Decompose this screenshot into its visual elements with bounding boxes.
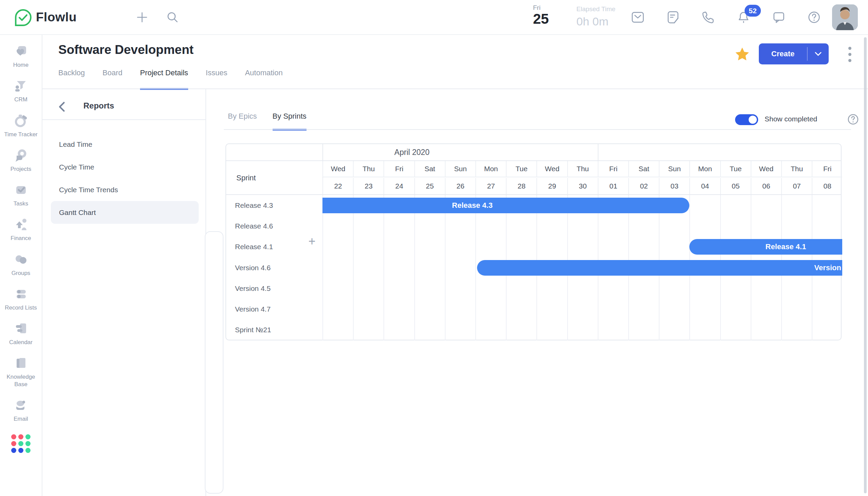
- knowledge-base-icon: [13, 355, 29, 371]
- search-icon[interactable]: [165, 10, 181, 25]
- help-icon[interactable]: [806, 10, 822, 25]
- report-item-gantt-chart[interactable]: Gantt Chart: [51, 201, 199, 224]
- gantt-grid-line: [475, 195, 476, 340]
- gantt-date: 05: [720, 178, 751, 194]
- flowlu-app: Flowlu Fri 25 Elapsed Time 0h 0m: [0, 0, 868, 496]
- gantt-bar-label: Version 4.6: [814, 263, 842, 272]
- show-completed-label: Show completed: [764, 115, 817, 123]
- sidebar-item-time-tracker[interactable]: Time Tracker: [0, 112, 42, 138]
- create-button-label: Create: [759, 49, 807, 58]
- sidebar-item-calendar[interactable]: Calendar: [0, 320, 42, 346]
- gantt-day-name: Wed: [751, 161, 781, 177]
- tab-backlog[interactable]: Backlog: [58, 68, 85, 90]
- page-scrollbar[interactable]: [864, 37, 867, 493]
- reports-title: Reports: [83, 101, 114, 110]
- gantt-row-label: Sprint №21: [226, 320, 323, 340]
- notes-icon[interactable]: [665, 10, 681, 25]
- report-item-cycle-time[interactable]: Cycle Time: [51, 156, 199, 178]
- apps-grid-icon[interactable]: [11, 434, 31, 453]
- gantt-bar-release-4-1[interactable]: Release 4.1: [689, 239, 842, 254]
- sidebar-item-label: Projects: [11, 166, 31, 173]
- tab-by-sprints[interactable]: By Sprints: [273, 112, 307, 130]
- gantt-day-name: Mon: [689, 161, 720, 177]
- sidebar-item-record-lists[interactable]: Record Lists: [0, 286, 42, 311]
- elapsed-time-widget[interactable]: Elapsed Time 0h 0m: [576, 5, 615, 28]
- brand-name[interactable]: Flowlu: [36, 10, 77, 25]
- gantt-date: 27: [475, 178, 506, 194]
- sidebar-item-label: Tasks: [14, 200, 28, 207]
- sidebar-item-tasks[interactable]: Tasks: [0, 182, 42, 207]
- project-tabs: BacklogBoardProject DetailsIssuesAutomat…: [58, 68, 283, 90]
- gantt-day-name: Thu: [567, 161, 598, 177]
- flowlu-logo-icon[interactable]: [14, 9, 32, 27]
- create-button[interactable]: Create: [759, 43, 829, 64]
- sidebar-item-knowledge-base[interactable]: Knowledge Base: [0, 355, 42, 388]
- sidebar-item-finance[interactable]: Finance: [0, 216, 42, 242]
- tab-by-epics[interactable]: By Epics: [228, 112, 257, 130]
- tab-issues[interactable]: Issues: [206, 68, 228, 90]
- sidebar-item-label: CRM: [14, 96, 28, 103]
- chat-icon[interactable]: [771, 10, 787, 25]
- gantt-bar-label: Release 4.3: [452, 201, 493, 210]
- gantt-day-name: Sun: [445, 161, 475, 177]
- gantt-chart-area: Release 4.3Release 4.1Version 4.6: [323, 195, 842, 340]
- more-options-kebab-icon[interactable]: [842, 46, 857, 62]
- gantt-bar-version-4-6[interactable]: Version 4.6: [477, 260, 842, 276]
- gantt-day-name: Sun: [659, 161, 689, 177]
- gantt-bar-release-4-3[interactable]: Release 4.3: [323, 198, 689, 213]
- panel-scrollbar[interactable]: [205, 231, 223, 494]
- view-tabs-divider: [224, 129, 851, 130]
- report-item-lead-time[interactable]: Lead Time: [51, 133, 199, 156]
- gantt-grid-line: [384, 195, 384, 340]
- gantt-date: 26: [445, 178, 475, 194]
- phone-icon[interactable]: [700, 10, 716, 25]
- mail-icon[interactable]: [630, 10, 646, 25]
- finance-icon: [13, 216, 29, 233]
- gantt-row-label: Release 4.1: [226, 237, 323, 257]
- email-icon: [13, 397, 29, 413]
- gantt-day-name: Sat: [628, 161, 659, 177]
- sidebar-item-email[interactable]: Email: [0, 397, 42, 422]
- back-chevron-icon[interactable]: [56, 100, 68, 113]
- gantt-date: 01: [598, 178, 628, 194]
- sidebar-item-home[interactable]: Home: [0, 43, 42, 68]
- quick-add-icon[interactable]: [134, 10, 150, 25]
- date-day: 25: [533, 12, 549, 27]
- apps-grid-dot: [26, 434, 31, 439]
- reports-list: Lead TimeCycle TimeCycle Time TrendsGant…: [51, 133, 199, 224]
- top-bar: Flowlu Fri 25 Elapsed Time 0h 0m: [0, 0, 868, 35]
- tab-board[interactable]: Board: [103, 68, 122, 90]
- notifications-bell-icon[interactable]: 52: [736, 10, 751, 25]
- record-lists-icon: [13, 286, 29, 302]
- gantt-month-label: [598, 144, 842, 160]
- user-avatar[interactable]: [832, 4, 858, 30]
- gantt-date: 30: [567, 178, 598, 194]
- report-item-cycle-time-trends[interactable]: Cycle Time Trends: [51, 178, 199, 201]
- toggle-knob: [749, 115, 757, 124]
- calendar-date-widget[interactable]: Fri 25: [533, 4, 549, 27]
- elapsed-time-value: 0h 0m: [576, 15, 615, 28]
- sidebar-item-label: Home: [13, 61, 29, 68]
- apps-grid-dot: [11, 434, 16, 439]
- tab-automation[interactable]: Automation: [245, 68, 282, 90]
- sidebar-item-crm[interactable]: CRM: [0, 78, 42, 103]
- tasks-icon: [13, 182, 29, 198]
- create-dropdown-chevron-icon[interactable]: [808, 52, 829, 56]
- time-tracker-icon: [13, 112, 29, 129]
- favorite-star-icon[interactable]: [734, 46, 751, 63]
- sidebar-item-label: Time Tracker: [4, 131, 37, 138]
- sidebar-item-projects[interactable]: Projects: [0, 147, 42, 173]
- gantt-help-icon[interactable]: [847, 113, 859, 125]
- gantt-day-name: Fri: [812, 161, 842, 177]
- apps-grid-dot: [11, 448, 16, 453]
- sidebar-item-groups[interactable]: Groups: [0, 251, 42, 277]
- calendar-icon: [13, 320, 29, 337]
- show-completed-toggle[interactable]: [735, 114, 758, 125]
- gantt-day-name: Tue: [720, 161, 751, 177]
- gantt-date: 22: [323, 178, 353, 194]
- apps-grid-dot: [18, 448, 24, 453]
- tab-project-details[interactable]: Project Details: [140, 68, 188, 90]
- gantt-row-label: Version 4.6: [226, 257, 323, 278]
- apps-grid-dot: [18, 434, 24, 439]
- gantt-day-name: Fri: [384, 161, 414, 177]
